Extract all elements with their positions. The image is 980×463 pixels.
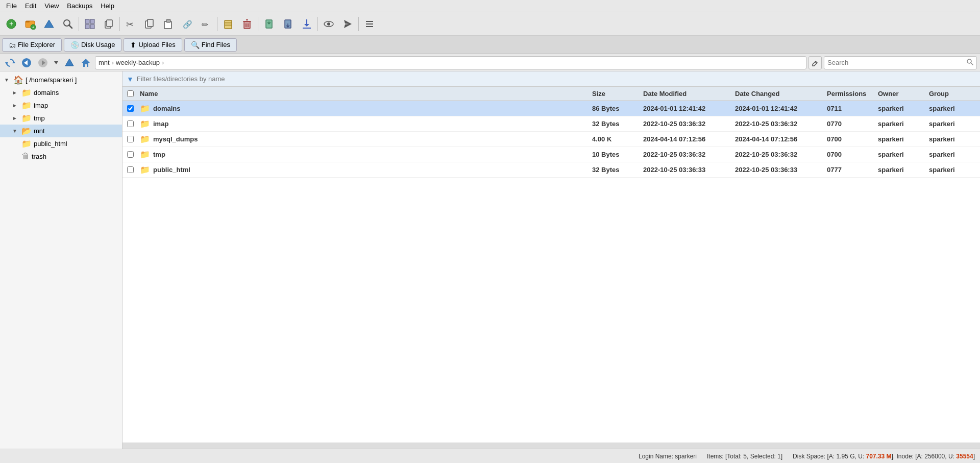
select-all-checkbox[interactable] (127, 90, 134, 97)
sidebar-item-trash[interactable]: 🗑 trash (0, 150, 122, 162)
file-name-1[interactable]: imap (153, 120, 168, 128)
sidebar-item-public-html[interactable]: 📁 public_html (0, 137, 122, 150)
file-name-2[interactable]: mysql_dumps (153, 135, 198, 143)
new-file-button[interactable]: + (2, 15, 20, 33)
rename-button[interactable]: ✏ (197, 15, 215, 33)
checkbox-4[interactable] (127, 166, 134, 173)
toolbar-separator-2 (119, 17, 120, 31)
table-row[interactable]: 📁 public_html 32 Bytes 2022-10-25 03:36:… (122, 162, 980, 178)
table-row[interactable]: 📁 mysql_dumps 4.00 K 2024-04-14 07:12:56… (122, 132, 980, 147)
horizontal-scrollbar[interactable] (122, 443, 980, 449)
folder-icon-2: 📁 (140, 134, 150, 144)
tab-disk-usage[interactable]: 💿 Disk Usage (64, 38, 121, 52)
back-button[interactable] (19, 56, 34, 70)
delete-button[interactable] (238, 15, 256, 33)
properties-button[interactable] (360, 15, 379, 33)
breadcrumb-weekly-backup[interactable]: weekly-backup (116, 59, 160, 66)
tab-find-files[interactable]: 🔍 Find Files (184, 38, 237, 52)
svg-rect-11 (85, 25, 89, 29)
header-permissions[interactable]: Permissions (827, 90, 878, 98)
svg-text:🔗: 🔗 (183, 20, 192, 29)
folder-icon-3: 📁 (140, 150, 150, 159)
header-name[interactable]: Name (138, 90, 592, 98)
paste-button[interactable] (159, 15, 178, 33)
row-checkbox-4[interactable] (122, 166, 138, 173)
svg-text:✏: ✏ (202, 20, 209, 29)
file-name-3[interactable]: tmp (153, 151, 165, 158)
preview-button[interactable] (320, 15, 338, 33)
sidebar-item-mnt[interactable]: ▼ 📂 mnt (0, 125, 122, 137)
table-row[interactable]: 📁 domains 86 Bytes 2024-01-01 12:41:42 2… (122, 101, 980, 116)
filter-input[interactable] (137, 75, 976, 83)
copy-button[interactable] (140, 15, 159, 33)
row-checkbox-1[interactable] (122, 120, 138, 127)
archive-button[interactable] (219, 15, 237, 33)
menu-backups[interactable]: Backups (63, 1, 96, 11)
svg-rect-14 (107, 20, 112, 27)
login-name: Login Name: sparkeri (639, 453, 697, 460)
select-all-button[interactable] (81, 15, 99, 33)
menu-help[interactable]: Help (96, 1, 118, 11)
row-date-mod-0: 2024-01-01 12:41:42 (643, 105, 735, 112)
sidebar-tmp-label: tmp (34, 114, 45, 122)
copy-path-button[interactable] (100, 15, 118, 33)
tab-file-explorer[interactable]: 🗂 File Explorer (2, 38, 62, 52)
download-button[interactable] (298, 15, 316, 33)
svg-rect-3 (26, 21, 30, 22)
row-perm-2: 0700 (827, 135, 878, 143)
checkbox-3[interactable] (127, 151, 134, 158)
refresh-button[interactable] (3, 56, 17, 70)
sidebar-root[interactable]: ▼ 🏠 [ /home/sparkeri ] (0, 74, 122, 86)
menu-edit[interactable]: Edit (21, 1, 40, 11)
header-date-modified[interactable]: Date Modified (643, 90, 735, 98)
menu-file[interactable]: File (2, 1, 21, 11)
breadcrumb: mnt › weekly-backup › (95, 56, 806, 69)
forward-button[interactable] (36, 56, 50, 70)
parent-dir-button[interactable] (62, 56, 77, 70)
domains-expand-arrow: ► (12, 90, 19, 95)
row-size-3: 10 Bytes (592, 151, 643, 158)
search-button[interactable] (59, 15, 77, 33)
search-input[interactable] (827, 59, 966, 66)
row-date-mod-2: 2024-04-14 07:12:56 (643, 135, 735, 143)
sidebar-imap-label: imap (34, 102, 48, 109)
filter-bar: ▼ (122, 71, 980, 87)
menu-view[interactable]: View (40, 1, 63, 11)
header-size[interactable]: Size (592, 90, 643, 98)
home-button[interactable] (79, 56, 93, 70)
row-checkbox-2[interactable] (122, 136, 138, 142)
svg-rect-22 (225, 20, 232, 29)
main-content: ▼ 🏠 [ /home/sparkeri ] ► 📁 domains ► 📁 i… (0, 71, 980, 449)
header-checkbox[interactable] (122, 90, 138, 97)
send-button[interactable] (338, 15, 357, 33)
breadcrumb-mnt[interactable]: mnt (99, 59, 110, 66)
statusbar: Login Name: sparkeri Items: [Total: 5, S… (0, 449, 980, 463)
root-expand-arrow: ▼ (4, 77, 11, 83)
header-group[interactable]: Group (929, 90, 980, 98)
header-date-changed[interactable]: Date Changed (735, 90, 827, 98)
checkbox-0[interactable] (127, 105, 134, 112)
sidebar-item-tmp[interactable]: ► 📁 tmp (0, 112, 122, 125)
table-row[interactable]: 📁 imap 32 Bytes 2022-10-25 03:36:32 2022… (122, 116, 980, 132)
row-checkbox-3[interactable] (122, 151, 138, 158)
file-name-0[interactable]: domains (153, 105, 180, 112)
history-dropdown-button[interactable] (52, 56, 60, 70)
symlink-button[interactable]: 🔗 (178, 15, 197, 33)
table-row[interactable]: 📁 tmp 10 Bytes 2022-10-25 03:36:32 2022-… (122, 147, 980, 162)
sidebar-item-imap[interactable]: ► 📁 imap (0, 99, 122, 112)
extract-button[interactable] (279, 15, 297, 33)
cut-button[interactable]: ✂ (121, 15, 140, 33)
sidebar-item-domains[interactable]: ► 📁 domains (0, 86, 122, 99)
file-name-4[interactable]: public_html (153, 166, 190, 174)
row-checkbox-0[interactable] (122, 105, 138, 112)
edit-path-button[interactable] (808, 56, 822, 69)
header-owner[interactable]: Owner (878, 90, 929, 98)
checkbox-2[interactable] (127, 136, 134, 142)
up-button[interactable] (40, 15, 58, 33)
compress-button[interactable] (260, 15, 278, 33)
checkbox-1[interactable] (127, 120, 134, 127)
new-folder-button[interactable]: + (21, 15, 39, 33)
svg-marker-42 (344, 20, 352, 28)
file-pane: ▼ Name Size Date Modified Date Changed P… (122, 71, 980, 449)
tab-upload-files[interactable]: ⬆ Upload Files (124, 38, 182, 52)
